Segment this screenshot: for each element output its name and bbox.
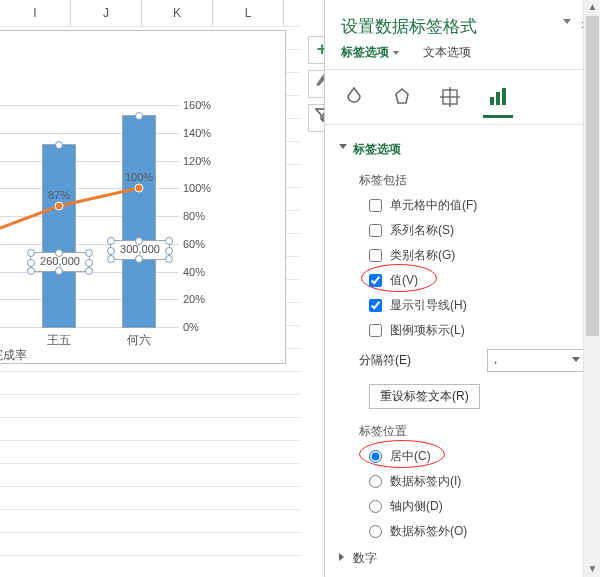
svg-point-1 (135, 184, 143, 192)
col-header[interactable]: J (71, 0, 142, 26)
col-header[interactable]: L (213, 0, 284, 26)
column-headers: I J K L (0, 0, 300, 27)
axis-tick: 20% (183, 293, 219, 305)
worksheet-area: I J K L 160% 140% 120% 100% 80% 60% 40% … (0, 0, 300, 577)
line-pct-label: 87% (48, 189, 70, 201)
chk-cell-value[interactable]: 单元格中的值(F) (325, 193, 600, 218)
axis-tick: 40% (183, 266, 219, 278)
scroll-up-icon[interactable]: ▲ (584, 0, 600, 16)
effects-icon[interactable] (389, 84, 415, 110)
axis-tick: 140% (183, 127, 219, 139)
chk-category-name[interactable]: 类别名称(G) (325, 243, 600, 268)
embedded-chart[interactable]: 160% 140% 120% 100% 80% 60% 40% 20% 0% (0, 30, 286, 364)
radio-outside-end[interactable]: 数据标签外(O) (325, 519, 600, 544)
section-label-options[interactable]: 标签选项 (325, 135, 600, 168)
chk-value[interactable]: 值(V) (325, 268, 600, 293)
radio-center[interactable]: 居中(C) (325, 444, 600, 469)
chk-legend-key[interactable]: 图例项标示(L) (325, 318, 600, 343)
svg-rect-7 (490, 97, 494, 105)
axis-tick: 100% (183, 182, 219, 194)
axis-tick: 80% (183, 210, 219, 222)
reset-label-text-button[interactable]: 重设标签文本(R) (369, 384, 480, 409)
chevron-down-icon (572, 357, 580, 362)
size-properties-icon[interactable] (437, 84, 463, 110)
col-header[interactable]: K (142, 0, 213, 26)
category-label: 何六 (127, 332, 151, 349)
pane-menu-chevron-icon[interactable] (563, 19, 571, 24)
chk-show-leader-lines[interactable]: 显示引导线(H) (325, 293, 600, 318)
scroll-down-icon[interactable]: ▼ (584, 561, 600, 577)
group-label-contains: 标签包括 (325, 168, 600, 193)
svg-rect-8 (496, 92, 500, 105)
section-number[interactable]: 数字 (325, 544, 600, 577)
group-label-position: 标签位置 (325, 419, 600, 444)
axis-tick: 0% (183, 321, 219, 333)
svg-marker-3 (396, 89, 408, 103)
chk-series-name[interactable]: 系列名称(S) (325, 218, 600, 243)
axis-tick: 60% (183, 238, 219, 250)
svg-rect-9 (502, 88, 506, 105)
pane-subtabs: 标签选项 文本选项 (325, 44, 600, 69)
axis-tick: 160% (183, 99, 219, 111)
category-label: 王五 (47, 332, 71, 349)
col-header[interactable]: I (0, 0, 71, 26)
line-pct-label: 100% (125, 171, 153, 183)
separator-label: 分隔符(E) (359, 352, 475, 369)
radio-inside-end[interactable]: 数据标签内(I) (325, 469, 600, 494)
line-series[interactable] (0, 105, 179, 327)
scroll-thumb[interactable] (586, 16, 599, 336)
axis-tick: 120% (183, 155, 219, 167)
plot-area[interactable]: 160% 140% 120% 100% 80% 60% 40% 20% 0% (0, 105, 179, 327)
fill-line-icon[interactable] (341, 84, 367, 110)
subtab-text-options[interactable]: 文本选项 (423, 44, 471, 61)
format-data-labels-pane: 设置数据标签格式 × 标签选项 文本选项 标签选项 标签包括 单元格中的值(F)… (324, 0, 600, 577)
label-options-icon[interactable] (485, 84, 511, 110)
svg-point-0 (55, 202, 63, 210)
subtab-label-options[interactable]: 标签选项 (341, 44, 399, 61)
pane-scrollbar[interactable]: ▲ ▼ (583, 0, 600, 577)
legend[interactable]: 完成率 (0, 347, 27, 364)
separator-select[interactable]: , (487, 349, 585, 372)
pane-title: 设置数据标签格式 × (325, 0, 600, 44)
radio-inside-base[interactable]: 轴内侧(D) (325, 494, 600, 519)
